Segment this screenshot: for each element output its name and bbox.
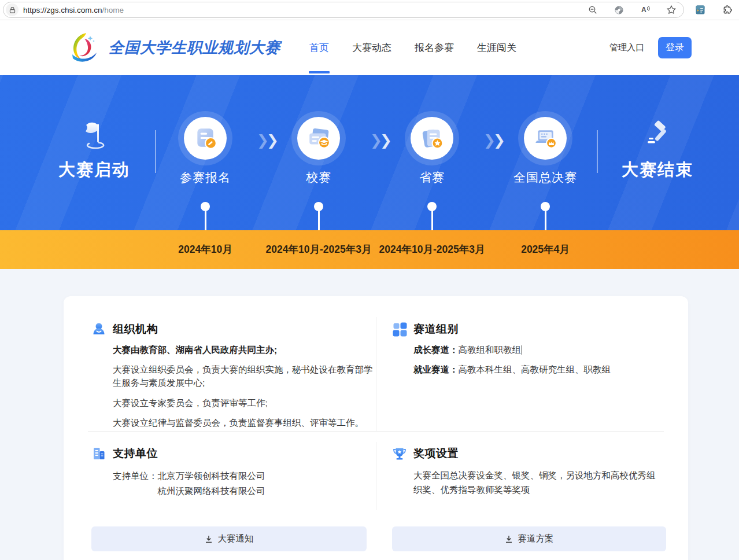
support-companies: 支持单位： 北京万学领创科技有限公司 杭州沃聚网络科技有限公司 [91, 469, 376, 498]
url-text[interactable]: https://zgs.chsi.com.cn/home [23, 6, 124, 14]
site-security-button[interactable] [6, 3, 19, 16]
pinwheel-icon [614, 5, 624, 15]
main-content: 组织机构 大赛由教育部、湖南省人民政府共同主办; 大赛设立组织委员会，负责大赛的… [0, 269, 739, 560]
laptop-crown-icon [533, 126, 557, 150]
download-icon [505, 535, 513, 543]
timeline-stem [318, 210, 320, 230]
step-label: 省赛 [383, 170, 481, 186]
section-title: 支持单位 [113, 446, 158, 461]
timeline-divider [597, 130, 598, 173]
site-title: 全国大学生职业规划大赛 [109, 38, 280, 58]
timeline-stem [431, 210, 433, 230]
step-circle [411, 117, 453, 160]
section-awards: 奖项设置 大赛全国总决赛设金奖、银奖、铜奖，另设地方和高校优秀组织奖、优秀指导教… [376, 431, 664, 526]
step-circle [184, 117, 227, 160]
text-caret [522, 345, 522, 355]
org-paragraph: 大赛设立组织委员会，负责大赛的组织实施，秘书处设在教育部学生服务与素质发展中心; [91, 363, 376, 390]
rewards-button[interactable] [614, 5, 625, 16]
person-icon [91, 322, 106, 337]
building-icon [91, 446, 106, 461]
timeline-step: 省赛 [383, 117, 481, 186]
read-aloud-icon: A [640, 5, 651, 15]
doc-star-icon [420, 126, 444, 150]
timeline-step: 全国总决赛 [496, 117, 594, 186]
svg-text:A: A [641, 6, 646, 14]
section-organization: 组织机构 大赛由教育部、湖南省人民政府共同主办; 大赛设立组织委员会，负责大赛的… [88, 317, 376, 431]
puzzle-extensions-icon [722, 5, 733, 16]
org-paragraph: 大赛设立专家委员会，负责评审等工作; [91, 396, 376, 410]
track-value: 高教本科生组、高教研究生组、职教组 [459, 364, 611, 374]
nav-register[interactable]: 报名参赛 [415, 20, 454, 75]
section-tracks: 赛道组别 成长赛道：高教组和职教组 就业赛道：高教本科生组、高教研究生组、职教组 [376, 317, 664, 431]
card-gradcap-icon [306, 126, 331, 150]
timeline-step: 参赛报名 [156, 117, 254, 186]
step-circle [297, 117, 340, 160]
main-nav: 首页 大赛动态 报名参赛 生涯闯关 [309, 20, 516, 75]
step-circle [524, 117, 567, 160]
timeline-start-label: 大赛启动 [51, 159, 138, 182]
track-row: 就业赛道：高教本科生组、高教研究生组、职教组 [392, 364, 664, 376]
section-title: 赛道组别 [413, 322, 459, 337]
nav-career-game[interactable]: 生涯闯关 [477, 20, 516, 75]
step-label: 校赛 [269, 170, 368, 186]
download-icon [205, 535, 213, 543]
extensions-button[interactable] [722, 5, 733, 16]
step-label: 全国总决赛 [496, 170, 594, 186]
sidebar-app-button[interactable] [694, 5, 705, 16]
timeline-banner: 大赛启动 参赛报名 ❯❯ [0, 75, 739, 230]
nav-home[interactable]: 首页 [309, 20, 329, 75]
timeline-step: 校赛 [269, 117, 368, 186]
download-plan-button[interactable]: 赛道方案 [392, 526, 666, 551]
competition-logo-icon [67, 32, 101, 64]
nav-news[interactable]: 大赛动态 [352, 20, 391, 75]
info-card: 组织机构 大赛由教育部、湖南省人民政府共同主办; 大赛设立组织委员会，负责大赛的… [64, 296, 688, 560]
timeline-stem [545, 210, 546, 230]
download-notice-button[interactable]: 大赛通知 [91, 526, 367, 551]
site-header: 全国大学生职业规划大赛 首页 大赛动态 报名参赛 生涯闯关 管理入口 登录 [0, 20, 739, 75]
track-value: 高教组和职教组 [459, 345, 522, 355]
section-title: 奖项设置 [413, 446, 459, 461]
browser-toolbar: https://zgs.chsi.com.cn/home A [0, 0, 739, 20]
lock-icon [9, 6, 16, 14]
date-bar: 2024年10月 2024年10月-2025年3月 2024年10月-2025年… [0, 230, 739, 269]
step-date: 2025年4月 [470, 230, 620, 269]
track-label: 成长赛道： [413, 345, 459, 355]
support-label: 支持单位： [113, 469, 158, 498]
support-company: 杭州沃聚网络科技有限公司 [158, 484, 265, 499]
admin-entry-link[interactable]: 管理入口 [609, 42, 644, 53]
support-company: 北京万学领创科技有限公司 [158, 469, 265, 484]
timeline-end: 大赛结束 [614, 120, 701, 182]
divider [376, 317, 376, 431]
timeline-start: 大赛启动 [51, 120, 138, 182]
grid-icon [392, 322, 407, 337]
timeline-end-label: 大赛结束 [614, 159, 701, 182]
step-label: 参赛报名 [156, 170, 254, 186]
favorite-button[interactable] [666, 5, 677, 16]
zoom-out-button[interactable] [587, 5, 598, 16]
zoom-out-icon [588, 5, 598, 15]
section-support: 支持单位 支持单位： 北京万学领创科技有限公司 杭州沃聚网络科技有限公司 [88, 431, 376, 526]
divider [376, 442, 376, 510]
flag-icon [79, 120, 110, 150]
divider [88, 431, 664, 432]
org-lead: 大赛由教育部、湖南省人民政府共同主办; [91, 344, 376, 356]
read-aloud-button[interactable]: A [640, 5, 651, 16]
trophy-icon [392, 446, 407, 461]
star-icon [666, 5, 677, 15]
gavel-icon [642, 120, 673, 150]
notebook-app-icon [695, 5, 705, 15]
org-paragraph: 大赛设立纪律与监督委员会，负责监督赛事组织、评审等工作。 [91, 416, 376, 429]
track-row: 成长赛道：高教组和职教组 [392, 344, 664, 356]
login-button[interactable]: 登录 [658, 37, 692, 58]
site-logo[interactable]: 全国大学生职业规划大赛 [67, 20, 280, 75]
address-bar[interactable]: https://zgs.chsi.com.cn/home A [3, 2, 684, 18]
section-title: 组织机构 [113, 322, 158, 337]
awards-text: 大赛全国总决赛设金奖、银奖、铜奖，另设地方和高校优秀组织奖、优秀指导教师奖等奖项 [392, 469, 663, 498]
timeline-stem [205, 210, 206, 230]
form-pencil-icon [193, 126, 217, 150]
track-label: 就业赛道： [413, 364, 459, 374]
